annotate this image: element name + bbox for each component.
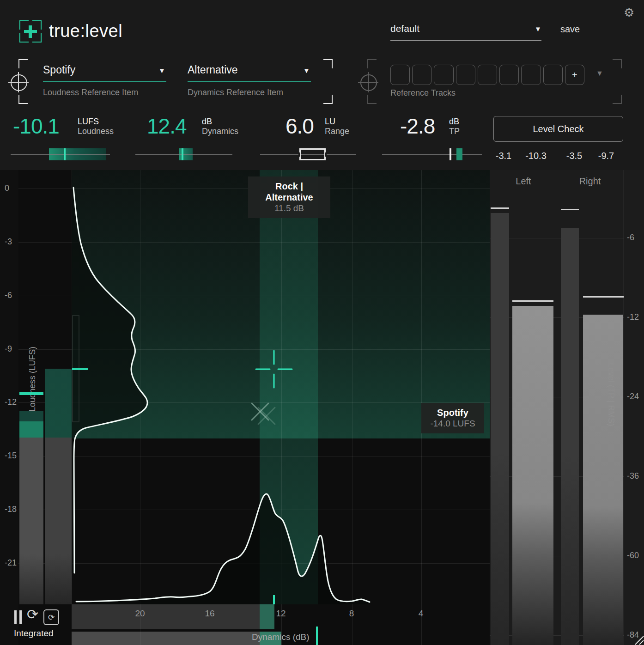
pause-button[interactable] — [14, 610, 24, 624]
x-axis-tick: 12 — [272, 608, 290, 619]
loudness-target-value: -14.0 LUFS — [426, 418, 480, 429]
dynamics-target-value: 11.5 dB — [253, 203, 326, 213]
meter-peak-left-tp — [491, 207, 509, 209]
meter-bar-right-tp — [561, 228, 579, 645]
meter-bar-right-rms — [583, 315, 623, 645]
dynamics-range-bar — [72, 604, 274, 629]
loudness-histogram-fill — [72, 188, 147, 573]
pause-icon — [19, 610, 22, 624]
cycle-icon: ⟳ — [48, 613, 55, 622]
true-level-plugin-window: true:level default ▼ save ⚙ Spotify ▼ Lo… — [0, 0, 644, 645]
meter-scale-tick: -6 — [627, 233, 634, 243]
previous-position-x-marker-ghost — [258, 408, 275, 424]
dynamics-histogram-fill — [76, 494, 370, 604]
previous-position-x-marker — [252, 403, 268, 420]
meter-scale-tick: -60 — [627, 551, 639, 560]
loop-icon[interactable]: ⟳ — [27, 606, 38, 622]
meter-scale-tick: -12 — [627, 312, 639, 322]
x-axis-tick: 4 — [412, 608, 430, 619]
x-axis-tick: 8 — [342, 608, 361, 619]
meter-peak-right-rms — [583, 296, 624, 298]
meter-left-label: Left — [516, 176, 531, 187]
meter-scale-tick: -84 — [627, 630, 639, 640]
meter-scale-axis — [624, 170, 624, 645]
meter-peak-right-tp — [561, 209, 579, 210]
meter-scale-tick: -24 — [627, 392, 639, 402]
meter-peak-left-rms — [512, 300, 553, 302]
meter-axis-label: Level (TP | RMS) — [606, 363, 616, 455]
meter-grid-line — [490, 238, 624, 238]
loudness-target-title: Spotify — [426, 407, 480, 418]
loudness-target-tooltip: Spotify -14.0 LUFS — [421, 403, 484, 433]
x-axis-tick: 16 — [200, 608, 219, 619]
x-axis-label: Dynamics (dB) — [252, 632, 310, 642]
meter-bar-left-tp — [491, 213, 509, 645]
dynamics-reference-bar — [72, 632, 281, 645]
meter-scale-tick: -36 — [627, 471, 639, 481]
measurement-mode-label[interactable]: Integrated — [14, 628, 54, 639]
dynamics-target-title: Rock | Alternative — [253, 181, 326, 203]
meter-right-label: Right — [579, 176, 601, 187]
meter-bar-left-rms — [512, 306, 553, 645]
dynamics-reference-marker — [316, 627, 318, 645]
auto-restart-button[interactable]: ⟳ — [43, 609, 59, 625]
x-axis-tick: 20 — [131, 608, 149, 619]
dynamics-target-tooltip: Rock | Alternative 11.5 dB — [248, 176, 330, 218]
target-crosshair[interactable] — [256, 351, 292, 388]
pause-icon — [14, 610, 17, 624]
